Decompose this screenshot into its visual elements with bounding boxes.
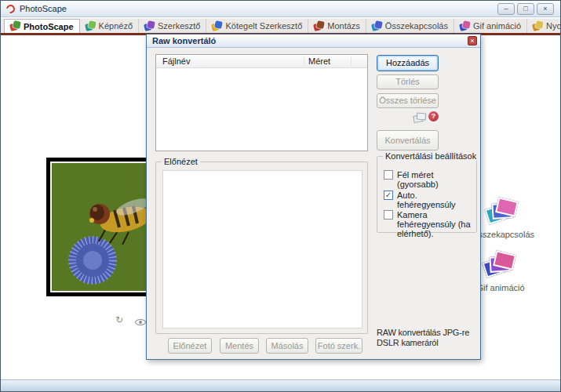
dialog-close-button[interactable]: × (468, 36, 477, 45)
photos-folder-icon[interactable] (413, 113, 427, 123)
tab-label: Összekapcsolás (385, 21, 448, 31)
editor-tab-icon (144, 21, 155, 31)
photoscape-tab-icon (10, 21, 20, 31)
delete-all-button[interactable]: Összes törlése (377, 93, 439, 108)
title-bar: PhotoScape – □ × (1, 1, 560, 17)
checkbox-unchecked[interactable] (384, 210, 393, 220)
preview-group: Előnézet (155, 162, 368, 334)
preview-area (162, 170, 362, 328)
print-tab-icon (533, 21, 543, 31)
conversion-options-label: Konvertálási beállítások (383, 151, 479, 161)
photo-edit-button[interactable]: Fotó szerk. (315, 338, 362, 354)
conversion-options-group: Konvertálási beállítások Fél méret (gyor… (377, 156, 477, 233)
dialog-title-bar: Raw konvertáló × (147, 34, 480, 48)
file-list[interactable]: Fájlnév Méret (155, 54, 368, 151)
photoscape-window: PhotoScape – □ × PhotoScape Képnéző Szer… (0, 0, 561, 392)
tab-label: Kötegelt Szerkesztő (225, 21, 302, 31)
window-bottom-frame (1, 379, 560, 391)
photo-mat (50, 162, 154, 292)
raw-info-text: RAW konvertálás JPG-re DSLR kameráról (377, 328, 482, 348)
tab-label: Nyomtatás (546, 21, 561, 31)
gif-stack-icon (484, 252, 517, 281)
delete-button[interactable]: Törlés (377, 74, 439, 89)
combine-tab-icon (372, 21, 382, 31)
tab-photoscape[interactable]: PhotoScape (4, 19, 80, 33)
file-list-header: Fájlnév Méret (156, 55, 367, 68)
tab-gif-animacio[interactable]: Gif animáció (454, 19, 527, 33)
photoscape-logo-icon (5, 2, 16, 14)
tab-osszekapcsolas[interactable]: Összekapcsolás (366, 19, 454, 33)
raw-converter-dialog: Raw konvertáló × Fájlnév Méret Előnézet … (146, 34, 481, 360)
preview-group-label: Előnézet (162, 157, 200, 166)
column-separator (351, 56, 352, 66)
dialog-title: Raw konvertáló (152, 36, 216, 45)
maximize-button[interactable]: □ (517, 3, 534, 15)
gif-tab-icon (460, 21, 470, 31)
column-size[interactable]: Méret (308, 56, 330, 66)
home-icon-label: Gif animáció (476, 283, 524, 292)
tab-label: Montázs (327, 21, 360, 31)
checkbox-label: Fél méret (gyorsabb) (397, 170, 476, 189)
tab-label: Szerkesztő (158, 21, 200, 31)
sample-photo-image (52, 163, 152, 291)
tab-label: PhotoScape (24, 22, 74, 31)
rotate-icon[interactable]: ↻ (115, 314, 123, 325)
tab-label: Gif animáció (473, 21, 521, 31)
viewer-tab-icon (86, 21, 96, 31)
eye-icon[interactable] (135, 319, 146, 325)
preview-button[interactable]: Előnézet (168, 338, 212, 354)
sample-photo (46, 158, 158, 296)
combine-stack-icon (486, 199, 519, 227)
checkbox-checked[interactable]: ✓ (384, 191, 393, 200)
tab-kotegelt-szerkeszto[interactable]: Kötegelt Szerkesztő (206, 19, 308, 33)
auto-white-balance-option[interactable]: ✓ Auto. fehéregyensúly (384, 191, 476, 209)
tab-montazs[interactable]: Montázs (308, 19, 366, 33)
save-button[interactable]: Mentés (220, 338, 259, 354)
camera-white-balance-option[interactable]: Kamera fehéregyensúly (ha elérhető). (384, 210, 472, 238)
checkbox-unchecked[interactable] (384, 170, 393, 180)
tab-kepnezo[interactable]: Képnéző (80, 19, 139, 33)
convert-button[interactable]: Konvertálás (377, 130, 439, 151)
tab-szerkeszto[interactable]: Szerkesztő (139, 19, 206, 33)
batch-editor-tab-icon (212, 21, 222, 31)
checkbox-label: Kamera fehéregyensúly (ha elérhető). (397, 210, 472, 238)
column-filename[interactable]: Fájlnév (162, 56, 190, 66)
close-button[interactable]: × (537, 3, 554, 15)
minimize-button[interactable]: – (497, 3, 515, 15)
tab-label: Képnéző (99, 21, 133, 31)
column-separator (304, 56, 304, 66)
page-tab-icon (314, 21, 324, 31)
window-title: PhotoScape (20, 4, 67, 13)
copy-button[interactable]: Másolás (266, 338, 308, 354)
tab-nyomtatas[interactable]: Nyomtatás (527, 19, 561, 33)
add-button[interactable]: Hozzáadás (377, 55, 439, 71)
half-size-option[interactable]: Fél méret (gyorsabb) (384, 170, 476, 189)
main-tab-bar: PhotoScape Képnéző Szerkesztő Kötegelt S… (1, 18, 560, 35)
window-controls: – □ × (497, 3, 554, 15)
checkbox-label: Auto. fehéregyensúly (397, 191, 476, 209)
help-icon[interactable]: ? (428, 111, 439, 122)
